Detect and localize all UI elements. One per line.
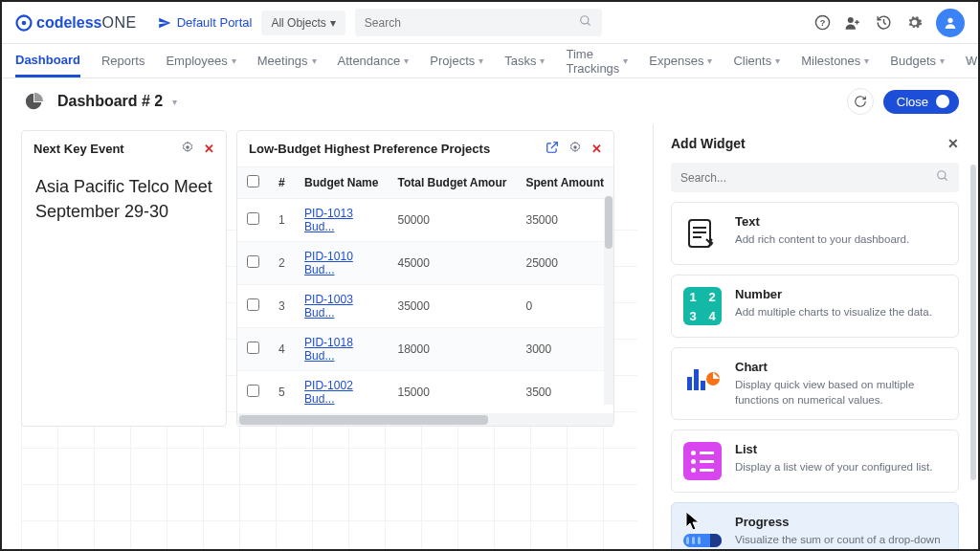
close-icon[interactable]: ✕ bbox=[947, 136, 959, 151]
tab-tasks[interactable]: Tasks▾ bbox=[504, 46, 545, 76]
caret-down-icon: ▾ bbox=[330, 16, 336, 30]
widget-option-progress[interactable]: ProgressVisualize the sum or count of a … bbox=[671, 502, 959, 551]
svg-point-7 bbox=[947, 17, 952, 22]
close-icon[interactable]: ✕ bbox=[591, 142, 602, 156]
table-row[interactable]: 5PID-1002 Bud...150003500 bbox=[237, 371, 613, 414]
caret-down-icon: ▾ bbox=[232, 55, 236, 66]
search-icon bbox=[936, 169, 949, 186]
widget-option-number[interactable]: 1234NumberAdd multiple charts to visuali… bbox=[671, 275, 959, 338]
row-checkbox[interactable] bbox=[247, 212, 259, 225]
key-event-body: Asia Pacific Telco Meet September 29-30 bbox=[22, 166, 226, 241]
svg-point-8 bbox=[186, 145, 189, 149]
widget-search-input[interactable] bbox=[680, 171, 936, 185]
search-input[interactable] bbox=[365, 16, 579, 30]
table-row[interactable]: 1PID-1013 Bud...5000035000 bbox=[237, 199, 613, 242]
widget-option-text[interactable]: TextAdd rich content to your dashboard. bbox=[671, 202, 959, 265]
user-avatar[interactable] bbox=[936, 9, 965, 37]
svg-point-10 bbox=[938, 171, 946, 179]
page-dropdown[interactable]: ▾ bbox=[172, 97, 177, 107]
svg-line-11 bbox=[945, 178, 947, 181]
main-nav: DashboardReportsEmployees▾Meetings▾Atten… bbox=[2, 44, 978, 78]
budget-link[interactable]: PID-1018 Bud... bbox=[304, 336, 353, 363]
global-search[interactable] bbox=[355, 9, 602, 36]
table-row[interactable]: 3PID-1003 Bud...350000 bbox=[237, 285, 613, 328]
tab-attendance[interactable]: Attendance▾ bbox=[338, 46, 410, 76]
row-checkbox[interactable] bbox=[247, 385, 259, 397]
page-title: Dashboard # 2 bbox=[57, 93, 163, 110]
budget-link[interactable]: PID-1002 Bud... bbox=[304, 379, 353, 406]
budget-link[interactable]: PID-1013 Bud... bbox=[304, 207, 353, 233]
toggle-icon bbox=[936, 95, 949, 108]
gear-icon[interactable] bbox=[181, 141, 194, 157]
panel-header: Add Widget ✕ bbox=[671, 136, 972, 151]
row-checkbox[interactable] bbox=[247, 298, 259, 311]
caret-down-icon: ▾ bbox=[479, 55, 483, 66]
portal-link[interactable]: Default Portal bbox=[158, 15, 253, 30]
tab-budgets[interactable]: Budgets▾ bbox=[890, 46, 945, 76]
widget-key-event: Next Key Event ✕ Asia Pacific Telco Meet… bbox=[21, 130, 227, 427]
tab-employees[interactable]: Employees▾ bbox=[166, 46, 235, 76]
row-checkbox[interactable] bbox=[247, 342, 259, 354]
table-row[interactable]: 2PID-1010 Bud...4500025000 bbox=[237, 242, 613, 285]
tab-milestones[interactable]: Milestones▾ bbox=[801, 46, 869, 76]
widget-list: TextAdd rich content to your dashboard.1… bbox=[671, 202, 972, 551]
tab-time-trackings[interactable]: Time Trackings▾ bbox=[566, 39, 628, 83]
tab-reports[interactable]: Reports bbox=[101, 46, 145, 76]
header-actions: ? bbox=[813, 9, 965, 37]
tab-dashboard[interactable]: Dashboard bbox=[15, 45, 80, 77]
vertical-scrollbar[interactable] bbox=[604, 196, 613, 405]
widget-search[interactable] bbox=[671, 163, 959, 192]
caret-down-icon: ▾ bbox=[312, 55, 317, 66]
brand-bold: codeless bbox=[36, 14, 101, 31]
widget-option-list[interactable]: ListDisplay a list view of your configur… bbox=[671, 430, 959, 493]
widget-header: Low-Budget Highest Preference Projects ✕ bbox=[237, 131, 613, 166]
help-icon[interactable]: ? bbox=[813, 14, 831, 32]
add-user-icon[interactable] bbox=[844, 14, 861, 32]
dashboard-canvas: Next Key Event ✕ Asia Pacific Telco Meet… bbox=[2, 124, 653, 551]
app-logo: codelessONE bbox=[15, 14, 137, 32]
svg-rect-14 bbox=[694, 369, 699, 390]
tab-clients[interactable]: Clients▾ bbox=[733, 46, 780, 76]
history-icon[interactable] bbox=[875, 14, 892, 32]
svg-point-1 bbox=[22, 20, 27, 25]
horizontal-scrollbar[interactable] bbox=[237, 414, 613, 426]
tab-expenses[interactable]: Expenses▾ bbox=[649, 46, 712, 76]
caret-down-icon: ▾ bbox=[940, 55, 945, 66]
text-widget-icon bbox=[683, 214, 722, 253]
tab-meetings[interactable]: Meetings▾ bbox=[257, 46, 317, 76]
close-icon[interactable]: ✕ bbox=[204, 142, 214, 156]
open-external-icon[interactable] bbox=[546, 141, 559, 157]
svg-line-3 bbox=[588, 23, 590, 26]
caret-down-icon: ▾ bbox=[623, 55, 628, 66]
gear-icon[interactable] bbox=[905, 14, 923, 32]
pie-chart-icon bbox=[21, 88, 48, 115]
page-bar: Dashboard # 2 ▾ Close bbox=[2, 78, 978, 124]
widget-header: Next Key Event ✕ bbox=[22, 131, 226, 166]
svg-text:?: ? bbox=[819, 18, 825, 28]
svg-rect-15 bbox=[701, 381, 705, 390]
search-icon bbox=[579, 14, 592, 31]
object-selector[interactable]: All Objects ▾ bbox=[261, 11, 345, 35]
close-button[interactable]: Close bbox=[883, 90, 959, 114]
brand-rest: ONE bbox=[101, 14, 136, 31]
gear-icon[interactable] bbox=[568, 141, 582, 157]
widget-budget-table: Low-Budget Highest Preference Projects ✕… bbox=[236, 130, 614, 427]
chart-widget-icon bbox=[683, 360, 722, 398]
row-checkbox[interactable] bbox=[247, 255, 259, 268]
progress-widget-icon bbox=[683, 515, 722, 551]
tab-projects[interactable]: Projects▾ bbox=[430, 46, 483, 76]
table-row[interactable]: 4PID-1018 Bud...180003000 bbox=[237, 328, 613, 371]
refresh-button[interactable] bbox=[847, 88, 874, 115]
number-widget-icon: 1234 bbox=[683, 287, 722, 325]
add-widget-panel: Add Widget ✕ TextAdd rich content to you… bbox=[653, 124, 978, 551]
caret-down-icon: ▾ bbox=[707, 55, 712, 66]
nav-scroll-right[interactable]: › bbox=[968, 54, 972, 69]
budget-link[interactable]: PID-1003 Bud... bbox=[304, 293, 353, 320]
svg-point-6 bbox=[848, 17, 854, 23]
svg-rect-13 bbox=[687, 377, 692, 390]
widget-option-chart[interactable]: ChartDisplay quick view based on multipl… bbox=[671, 347, 959, 420]
select-all-checkbox[interactable] bbox=[247, 175, 259, 187]
budget-link[interactable]: PID-1010 Bud... bbox=[304, 250, 353, 276]
panel-scrollbar[interactable] bbox=[970, 165, 976, 480]
paper-plane-icon bbox=[158, 16, 171, 30]
